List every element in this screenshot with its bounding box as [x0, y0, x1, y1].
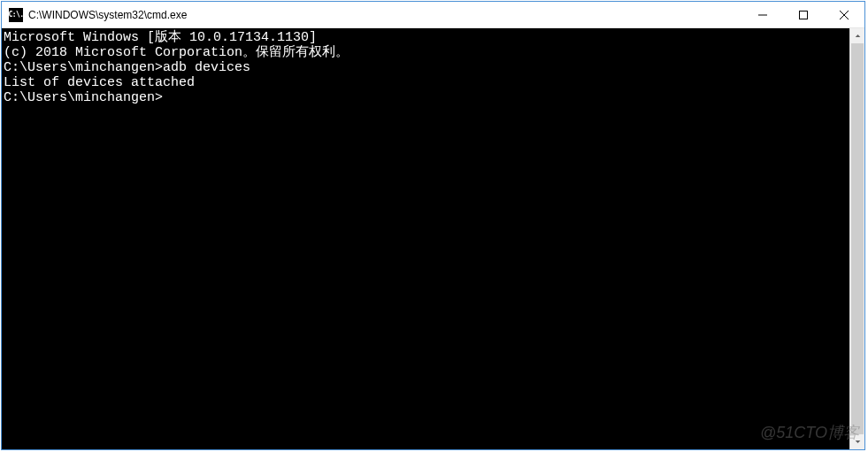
- command-text: adb devices: [163, 60, 250, 75]
- vertical-scrollbar[interactable]: [849, 28, 864, 449]
- minimize-button[interactable]: [742, 2, 783, 27]
- close-icon: [840, 11, 849, 19]
- terminal-line: (c) 2018 Microsoft Corporation。保留所有权利。: [4, 45, 849, 60]
- content-area: Microsoft Windows [版本 10.0.17134.1130](c…: [2, 28, 864, 449]
- maximize-button[interactable]: [783, 2, 824, 27]
- cmd-icon: C:\.: [9, 8, 23, 22]
- scroll-track[interactable]: [850, 43, 864, 434]
- window-title: C:\WINDOWS\system32\cmd.exe: [28, 9, 742, 21]
- window-controls: [742, 2, 864, 27]
- chevron-down-icon: [855, 439, 861, 445]
- titlebar[interactable]: C:\. C:\WINDOWS\system32\cmd.exe: [2, 2, 864, 28]
- chevron-up-icon: [855, 33, 861, 39]
- terminal-line: C:\Users\minchangen>: [4, 90, 849, 105]
- scroll-up-button[interactable]: [850, 28, 864, 43]
- close-button[interactable]: [824, 2, 864, 27]
- cmd-window: C:\. C:\WINDOWS\system32\cmd.exe Microso…: [1, 1, 865, 450]
- scroll-down-button[interactable]: [850, 434, 864, 449]
- minimize-icon: [758, 11, 767, 19]
- terminal-line: Microsoft Windows [版本 10.0.17134.1130]: [4, 30, 849, 45]
- maximize-icon: [799, 11, 808, 19]
- terminal-line: C:\Users\minchangen>adb devices: [4, 60, 849, 75]
- prompt: C:\Users\minchangen>: [4, 60, 163, 75]
- scroll-thumb[interactable]: [851, 43, 864, 434]
- terminal-line: List of devices attached: [4, 75, 849, 90]
- terminal-output[interactable]: Microsoft Windows [版本 10.0.17134.1130](c…: [2, 28, 849, 449]
- svg-rect-1: [800, 11, 808, 19]
- prompt: C:\Users\minchangen>: [4, 90, 163, 105]
